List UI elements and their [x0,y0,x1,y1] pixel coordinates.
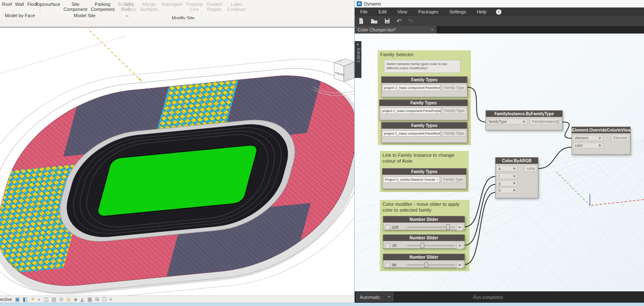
worksharing-display-icon[interactable]: ▦ [87,296,92,303]
viewcube-top-face[interactable] [334,59,354,66]
viewcube-front-face[interactable] [334,62,344,82]
analytical-model-icon[interactable]: ⊞ [95,296,99,303]
redo-icon[interactable]: ↷ [408,18,413,24]
node-family-types-3[interactable]: Family Types project 2_mass component:Pa… [381,122,467,143]
viewcube-right-face[interactable] [344,62,354,82]
menu-view[interactable]: View [392,8,413,16]
node-color-byargb[interactable]: Color.ByARGB a> color r> g> b> [495,157,538,198]
tab-color-changer[interactable]: Color Changer.dyn* × [355,26,436,34]
node-familyinstance-byfamilytype[interactable]: FamilyInstance.ByFamilyType familyType> … [486,110,563,130]
temporary-hide-isolate-icon[interactable]: ⊙ [59,296,63,303]
input-port-element[interactable]: element> [573,135,603,141]
output-port-familyinstance[interactable]: FamilyInstance[] [530,118,561,125]
slider-collapse-button[interactable]: > [385,225,390,230]
output-port-family-type[interactable]: Family Type [442,130,466,137]
input-port-a[interactable]: a> [496,166,517,171]
ribbon-button-split-surface[interactable]: SplitSurface [120,2,138,12]
node-header[interactable]: Number Slider [383,254,465,260]
menu-packages[interactable]: Packages [413,8,444,16]
output-port-element[interactable]: Element [611,135,629,141]
input-port-b[interactable]: b> [496,187,517,193]
node-family-types-stadium[interactable]: Family Types Project 2_combo:Stadium Ove… [382,168,467,189]
run-mode-dropdown[interactable]: Automatic ▾ [356,293,393,301]
node-header[interactable]: FamilyInstance.ByFamilyType [486,111,562,117]
undo-icon[interactable]: ↶ [397,18,402,24]
node-number-slider-2[interactable]: Number Slider > 70 > [383,234,465,249]
family-type-dropdown[interactable]: project 2_mass component:PanelPurple> [380,108,441,114]
dynamo-title-bar[interactable]: R Dynamo [355,0,644,8]
node-header[interactable]: Number Slider [383,235,465,241]
ribbon-button-toposurface[interactable]: Toposurface [34,2,61,7]
family-type-dropdown[interactable]: Project 2_combo:Stadium Overall> [383,176,440,183]
input-port-color[interactable]: color> [573,143,603,148]
new-file-icon[interactable] [358,18,364,24]
slider-output-port[interactable]: > [457,224,463,231]
displacement-sets-icon[interactable]: ◭ [80,296,84,303]
slider-value[interactable]: 220 [392,225,405,229]
ribbon-button-merge-surfaces[interactable]: MergeSurfaces [139,2,159,12]
output-port-color[interactable]: color [525,165,537,172]
menu-edit[interactable]: Edit [373,8,392,16]
ribbon-button-parking-component[interactable]: ParkingComponent [90,2,115,12]
ribbon-button-roof[interactable]: Roof [1,2,13,7]
viewcube[interactable]: FRONT TOP [314,59,354,96]
tab-close-icon[interactable]: × [431,27,434,32]
view-bar-collapse-arrow[interactable]: < [109,297,112,302]
group-title[interactable]: Family Selector [378,50,471,58]
node-header[interactable]: Family Types [382,122,467,129]
slider-value[interactable]: 90 [392,263,405,267]
node-header[interactable]: Number Slider [383,216,465,223]
family-type-dropdown[interactable]: project 2_mass component:PanelRed> [382,130,441,137]
crop-view-icon[interactable]: ◫ [44,296,48,303]
slider-handle[interactable] [446,224,450,230]
note-node[interactable]: Switch between family types node to see … [384,60,460,73]
ribbon-button-wall[interactable]: Wall [14,2,25,7]
slider-value[interactable]: 70 [392,244,405,248]
wire-familyinstance-to-element[interactable] [563,122,571,138]
ribbon-button-graded-region[interactable]: GradedRegion [206,2,223,12]
show-crop-region-icon[interactable]: ▤ [52,296,56,303]
revit-3d-viewport[interactable]: FRONT TOP [0,29,354,296]
node-element-overridecolorinview[interactable]: Element.OverrideColorInView element> Ele… [571,127,631,155]
menu-file[interactable]: File [355,8,373,16]
menu-help[interactable]: Help [471,8,492,16]
show-rendering-dialog-icon[interactable]: ▣ [15,296,20,303]
ribbon-button-property-line[interactable]: PropertyLine [185,2,204,12]
group-title[interactable]: Color modifier - move slider to apply co… [380,200,470,213]
node-family-types-1[interactable]: Family Types project 2_mass component:Pa… [381,76,467,97]
panel-expand-icon[interactable]: » [126,13,128,19]
node-family-types-2[interactable]: Family Types project 2_mass component:Pa… [379,99,468,120]
node-header[interactable]: Family Types [379,100,467,106]
node-number-slider-3[interactable]: Number Slider > 90 > [383,254,465,268]
shadows-icon[interactable]: ◐ [38,296,41,303]
slider-track[interactable] [407,243,455,249]
output-port-family-type[interactable]: Family Type [442,84,466,91]
input-port-familytype[interactable]: familyType> [487,119,527,124]
family-type-dropdown[interactable]: project 2_mass component:PanelRed> [382,85,441,91]
slider-track[interactable] [407,224,455,230]
node-header[interactable]: Color.ByARGB [496,158,538,164]
library-flyout-tab[interactable]: ▸ Library [355,41,361,78]
notifications-alert-icon[interactable]: ! [496,9,501,15]
slider-track[interactable] [407,262,455,268]
ribbon-panel-label-model-by-face[interactable]: Model by Face [0,13,40,19]
slider-handle[interactable] [421,243,424,248]
node-header[interactable]: Family Types [382,169,466,175]
input-port-r[interactable]: r> [496,173,517,179]
slider-collapse-button[interactable]: > [385,262,390,268]
reveal-hidden-elements-icon[interactable]: ◎ [66,296,70,303]
node-number-slider-1[interactable]: Number Slider > 220 > [383,216,465,230]
node-header[interactable]: Family Types [382,77,467,83]
group-title[interactable]: Link to Family Instance to change colour… [380,151,469,164]
ribbon-button-label-contours[interactable]: LabelContours [226,2,247,12]
dynamo-canvas[interactable]: ▸ Library Family Selector Link to Family… [355,34,644,291]
output-port-family-type[interactable]: Family Type [441,176,465,183]
sun-path-icon[interactable]: ☀ [30,296,35,303]
open-file-icon[interactable] [371,18,378,24]
slider-collapse-button[interactable]: > [385,243,390,249]
slider-output-port[interactable]: > [457,262,463,268]
visual-style-icon[interactable]: ◧ [23,296,27,303]
ribbon-button-subregion[interactable]: Subregion [161,2,183,7]
wire-color-to-element[interactable] [538,147,571,169]
slider-output-port[interactable]: > [457,242,463,249]
